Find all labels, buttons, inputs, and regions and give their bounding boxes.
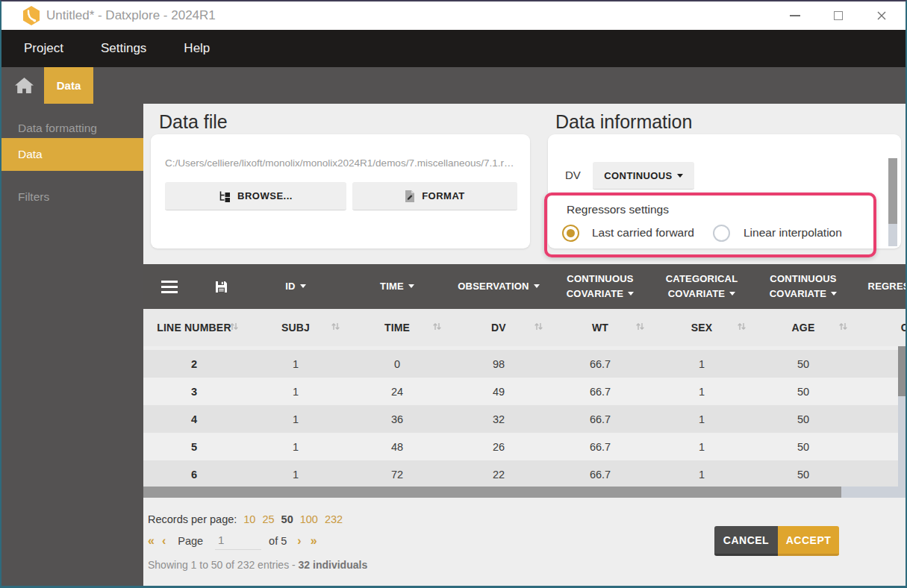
table-row[interactable]: 2109866.7150 (143, 350, 907, 378)
radio-last-carried-forward[interactable] (562, 225, 579, 242)
table-cell: 66.7 (549, 405, 651, 433)
regressors-settings-title: Regressors settings (567, 203, 669, 216)
table-cell: 66.7 (549, 378, 651, 405)
card-scrollbar-thumb[interactable] (888, 158, 897, 224)
home-icon[interactable] (15, 78, 34, 93)
entries-summary: Showing 1 to 50 of 232 entries - 32 indi… (148, 559, 367, 571)
radio-linear-interpolation[interactable] (713, 225, 730, 242)
sort-icon[interactable] (635, 322, 645, 334)
titlebar: Untitled* - Datxplore - 2024R1 (1, 1, 906, 30)
column-group-observation[interactable]: OBSERVATION (448, 264, 549, 309)
table-cell: 1 (651, 433, 752, 460)
cancel-button[interactable]: CANCEL (714, 526, 778, 556)
table-cell: 48 (346, 433, 448, 460)
column-header-dv[interactable]: DV (448, 309, 549, 346)
save-icon[interactable] (215, 281, 228, 293)
sort-icon[interactable] (534, 322, 543, 334)
menu-help[interactable]: Help (184, 41, 210, 56)
dv-type-value: CONTINUOUS (604, 170, 672, 181)
table-cell: 2 (143, 350, 245, 378)
page-size-10[interactable]: 10 (243, 513, 255, 525)
table-row[interactable]: 31244966.71509 (143, 378, 907, 405)
caret-down-icon (534, 284, 540, 288)
table-row[interactable]: 61722266.71504 (143, 460, 907, 488)
caret-down-icon (628, 292, 634, 295)
table-cell: 26 (448, 433, 549, 460)
column-group-continuous-covariate[interactable]: CONTINUOUS COVARIATE (549, 264, 651, 309)
table-cell: 98 (448, 350, 549, 378)
column-header-label: SUBJ (281, 322, 310, 334)
app-logo-icon (22, 6, 40, 25)
table-cell: 66.7 (549, 350, 651, 378)
menu-settings[interactable]: Settings (101, 41, 146, 56)
column-header-line-number[interactable]: LINE NUMBER (143, 309, 245, 346)
minimize-button[interactable] (789, 10, 801, 22)
table-vertical-scrollbar[interactable] (898, 346, 907, 487)
column-header-sex[interactable]: SEX (651, 309, 752, 346)
column-group-continuous-covariate-2[interactable]: CONTINUOUS COVARIATE (752, 264, 854, 309)
table-body: 2109866.715031244966.7150941363266.71507… (143, 346, 907, 487)
column-header-wt[interactable]: WT (549, 309, 651, 346)
column-header-label: TIME (384, 322, 410, 334)
radio-label-linear-interpolation: Linear interpolation (744, 226, 842, 240)
page-size-232[interactable]: 232 (325, 513, 343, 525)
tab-data[interactable]: Data (44, 67, 93, 104)
card-scrollbar[interactable] (888, 158, 897, 246)
dv-type-dropdown[interactable]: CONTINUOUS (593, 162, 694, 190)
accept-button[interactable]: ACCEPT (778, 526, 839, 556)
hamburger-menu-icon[interactable] (161, 281, 178, 293)
table-horizontal-scrollbar[interactable] (143, 487, 907, 498)
page-size-25[interactable]: 25 (262, 513, 274, 525)
records-per-page-label: Records per page: (148, 513, 237, 525)
table-cell: 6 (143, 460, 245, 488)
format-label: FORMAT (422, 190, 465, 201)
prev-page-button[interactable]: ‹ (162, 534, 166, 548)
caret-down-icon (677, 174, 683, 178)
column-group-id[interactable]: ID (245, 264, 346, 309)
next-page-button[interactable]: › (297, 534, 301, 548)
column-header-time[interactable]: TIME (346, 309, 448, 346)
caret-down-icon (729, 292, 735, 295)
first-page-button[interactable]: « (148, 534, 153, 548)
data-information-title: Data information (555, 111, 692, 133)
table-cell: 22 (448, 460, 549, 488)
format-button[interactable]: FORMAT (352, 182, 517, 210)
page-size-100[interactable]: 100 (300, 513, 318, 525)
column-group-time[interactable]: TIME (346, 264, 448, 309)
menubar: Project Settings Help (1, 30, 906, 67)
table-cell: 66.7 (549, 433, 651, 460)
browse-label: BROWSE... (237, 190, 293, 201)
column-header-age[interactable]: AGE (752, 309, 854, 346)
close-button[interactable] (876, 10, 888, 22)
table-row[interactable]: 51482666.71506 (143, 433, 907, 460)
table-row[interactable]: 41363266.71507 (143, 405, 907, 433)
maximize-button[interactable] (832, 10, 844, 22)
table-cell: 1 (245, 460, 346, 488)
column-group-categorical-covariate[interactable]: CATEGORICAL COVARIATE (651, 264, 752, 309)
close-icon (876, 10, 887, 21)
table-cell: 5 (143, 433, 245, 460)
browse-button[interactable]: BROWSE... (165, 182, 346, 210)
sort-icon[interactable] (838, 322, 848, 334)
caret-down-icon (300, 284, 306, 288)
sidebar-item-filters[interactable]: Filters (1, 181, 143, 213)
data-file-card: C:/Users/celliere/lixoft/monolix/monolix… (151, 134, 530, 248)
menu-project[interactable]: Project (24, 41, 63, 56)
caret-down-icon (408, 284, 414, 288)
page-size-50[interactable]: 50 (281, 513, 293, 525)
sort-icon[interactable] (737, 322, 747, 334)
sort-icon[interactable] (331, 322, 340, 334)
sidebar-item-data[interactable]: Data (1, 138, 143, 171)
last-page-button[interactable]: » (311, 534, 316, 548)
column-group-regressor[interactable]: REGRESSOR (854, 264, 907, 309)
column-header-c[interactable]: C (854, 309, 907, 346)
sort-icon[interactable] (432, 322, 442, 334)
page-count-label: of 5 (269, 535, 287, 547)
table-cell: 1 (245, 378, 346, 405)
sort-icon[interactable] (229, 322, 239, 334)
page-input[interactable] (215, 532, 261, 550)
vertical-scrollbar-thumb[interactable] (898, 346, 907, 396)
app-window: Untitled* - Datxplore - 2024R1 Project S… (0, 0, 907, 588)
horizontal-scrollbar-thumb[interactable] (143, 487, 841, 498)
column-header-subj[interactable]: SUBJ (245, 309, 346, 346)
